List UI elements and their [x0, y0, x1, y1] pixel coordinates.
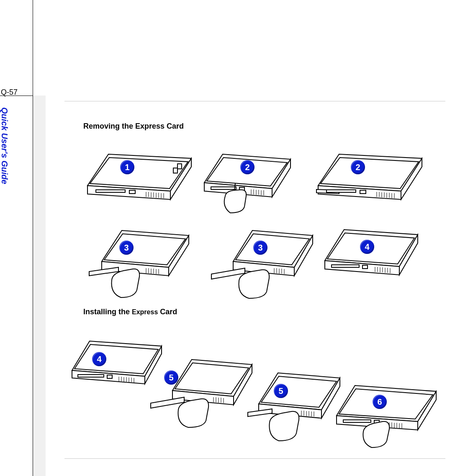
svg-rect-14	[173, 168, 177, 173]
heading-removing: Removing the Express Card	[83, 122, 184, 131]
laptop-illustration	[321, 226, 421, 279]
step-badge-5: 5	[274, 384, 288, 398]
svg-rect-68	[332, 265, 359, 267]
laptop-illustration	[147, 355, 255, 429]
svg-rect-34	[360, 190, 366, 194]
laptop-illustration	[83, 226, 192, 298]
heading-installing: Installing the Express Card	[83, 308, 177, 316]
laptop-illustration	[314, 150, 426, 203]
laptop-illustration	[207, 226, 316, 300]
step-badge-5: 5	[164, 370, 178, 385]
figure-remove-step-2b: 2	[314, 150, 426, 203]
laptop-illustration	[201, 150, 294, 214]
figure-install-step-6: 6	[331, 381, 440, 448]
svg-rect-4	[96, 190, 125, 192]
svg-rect-81	[78, 375, 104, 377]
step-badge-1: 1	[120, 160, 134, 174]
figure-install-step-5b: 5	[243, 369, 343, 442]
svg-rect-69	[362, 265, 368, 269]
svg-rect-33	[326, 190, 356, 192]
svg-rect-5	[129, 190, 135, 194]
heading-installing-prefix: Installing the	[83, 308, 132, 316]
figure-remove-step-4: 4	[321, 226, 421, 279]
svg-rect-15	[177, 164, 182, 169]
svg-rect-20	[211, 187, 236, 189]
content-rule-bottom	[64, 458, 445, 459]
step-badge-4: 4	[360, 240, 374, 254]
laptop-illustration	[331, 381, 440, 448]
svg-rect-115	[343, 420, 371, 422]
manual-page: Q-57 Quick User's Guide Removing the Exp…	[0, 0, 455, 476]
laptop-illustration	[243, 369, 343, 442]
figure-remove-step-3b: 3	[207, 226, 316, 300]
step-badge-3: 3	[119, 241, 134, 255]
figure-remove-step-2a: 2	[201, 150, 294, 214]
sidebar-title: Quick User's Guide	[0, 107, 9, 184]
heading-installing-mid: Express	[132, 308, 158, 316]
step-badge-3: 3	[253, 241, 267, 255]
margin-rule-horizontal	[0, 96, 33, 96]
step-badge-2: 2	[351, 160, 365, 174]
figure-remove-step-1: 1	[83, 150, 195, 203]
step-badge-6: 6	[373, 395, 387, 409]
step-badge-4: 4	[92, 352, 106, 366]
content-rule-top	[64, 101, 445, 101]
figure-install-step-5a: 5	[147, 355, 255, 429]
heading-installing-suffix: Card	[158, 308, 177, 316]
svg-marker-78	[75, 344, 158, 374]
step-badge-2: 2	[240, 160, 254, 174]
gutter-shade	[33, 96, 46, 476]
figure-remove-step-3a: 3	[83, 226, 192, 298]
laptop-illustration	[83, 150, 195, 203]
svg-rect-82	[107, 375, 112, 378]
